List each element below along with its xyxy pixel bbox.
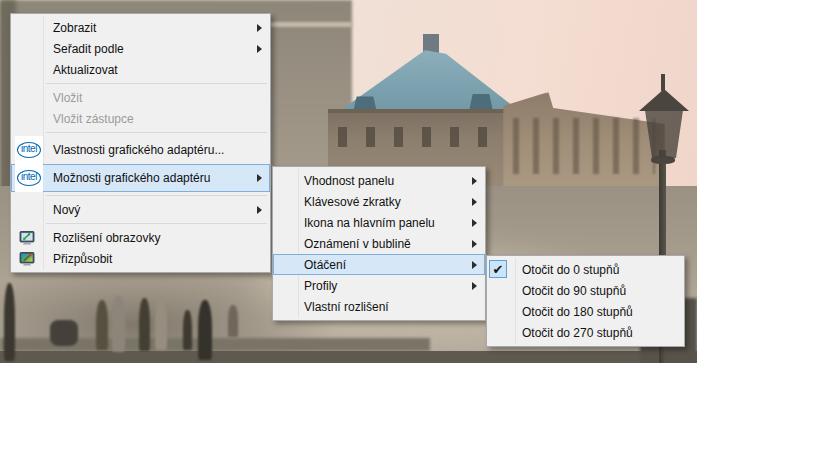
menu-item-zobrazit[interactable]: Zobrazit	[11, 17, 270, 38]
menu-separator	[46, 223, 267, 224]
menu-item-label: Oznámení v bublině	[304, 237, 411, 251]
menu-item-label: Možnosti grafického adaptéru	[53, 171, 210, 185]
menu-item-vlastnosti-grafickeho-adapteru[interactable]: intel Vlastnosti grafického adaptéru...	[11, 136, 270, 164]
wallpaper-pedestrian	[4, 283, 15, 361]
menu-item-label: Ikona na hlavním panelu	[304, 216, 435, 230]
display-resolution-icon	[19, 230, 35, 246]
menu-item-label: Otáčení	[304, 258, 346, 272]
submenu-arrow-icon	[472, 282, 477, 290]
menu-item-label: Vlastnosti grafického adaptéru...	[53, 143, 224, 157]
menu-item-label: Rozlišení obrazovky	[53, 231, 160, 245]
wallpaper-pedestrian	[96, 300, 108, 350]
menu-item-label: Otočit do 180 stupňů	[522, 305, 633, 319]
intel-logo-icon: intel	[15, 136, 43, 164]
submenu-item-vlastni-rozliseni[interactable]: Vlastní rozlišení	[273, 296, 485, 317]
menu-item-vlozit: Vložit	[11, 87, 270, 108]
submenu-arrow-icon	[257, 24, 262, 32]
menu-separator	[46, 195, 267, 196]
personalize-icon	[19, 251, 35, 267]
menu-item-label: Aktualizovat	[53, 63, 118, 77]
menu-item-label: Zobrazit	[53, 21, 96, 35]
street-lamp-finial	[661, 74, 665, 91]
menu-item-label: Přizpůsobit	[53, 252, 112, 266]
menu-item-vlozit-zastupce: Vložit zástupce	[11, 108, 270, 129]
submenu-arrow-icon	[472, 198, 477, 206]
submenu-arrow-icon	[472, 261, 477, 269]
menu-item-label: Klávesové zkratky	[304, 195, 401, 209]
submenu-arrow-icon	[472, 240, 477, 248]
menu-item-label: Profily	[304, 279, 337, 293]
desktop-context-menu: Zobrazit Seřadit podle Aktualizovat Vlož…	[10, 13, 271, 273]
submenu-item-otaceni[interactable]: Otáčení	[273, 254, 485, 275]
wallpaper-curb	[0, 351, 697, 363]
menu-separator	[46, 132, 267, 133]
checkmark-icon: ✔	[489, 260, 507, 278]
menu-item-label: Otočit do 270 stupňů	[522, 326, 633, 340]
menu-item-seradit-podle[interactable]: Seřadit podle	[11, 38, 270, 59]
rotation-submenu: ✔ Otočit do 0 stupňů Otočit do 90 stupňů…	[486, 255, 685, 347]
submenu-arrow-icon	[257, 206, 262, 214]
wallpaper-windows	[338, 127, 514, 147]
menu-item-label: Vhodnost panelu	[304, 174, 394, 188]
menu-item-aktualizovat[interactable]: Aktualizovat	[11, 59, 270, 80]
menu-item-rozliseni-obrazovky[interactable]: Rozlišení obrazovky	[11, 227, 270, 248]
submenu-item-profily[interactable]: Profily	[273, 275, 485, 296]
wallpaper-cornice	[268, 22, 352, 27]
graphics-options-submenu: Vhodnost panelu Klávesové zkratky Ikona …	[272, 166, 486, 321]
wallpaper-pedestrian	[198, 300, 212, 360]
menu-item-label: Seřadit podle	[53, 42, 124, 56]
submenu-arrow-icon	[472, 219, 477, 227]
menu-item-label: Vložit zástupce	[53, 112, 134, 126]
menu-item-prizpusobit[interactable]: Přizpůsobit	[11, 248, 270, 269]
submenu-arrow-icon	[257, 174, 262, 182]
rotation-item-90[interactable]: Otočit do 90 stupňů	[487, 280, 684, 301]
menu-item-label: Otočit do 0 stupňů	[522, 263, 619, 277]
submenu-item-klavesove-zkratky[interactable]: Klávesové zkratky	[273, 191, 485, 212]
menu-item-label: Vlastní rozlišení	[304, 300, 389, 314]
wallpaper-windows	[513, 118, 655, 174]
submenu-item-oznameni-v-bubline[interactable]: Oznámení v bublině	[273, 233, 485, 254]
menu-item-novy[interactable]: Nový	[11, 199, 270, 220]
rotation-item-0[interactable]: ✔ Otočit do 0 stupňů	[487, 259, 684, 280]
menu-item-moznosti-grafickeho-adapteru[interactable]: intel Možnosti grafického adaptéru	[11, 164, 270, 192]
wallpaper-pedestrian	[112, 296, 125, 352]
menu-item-label: Nový	[53, 203, 80, 217]
wallpaper-pedestrian	[183, 310, 192, 350]
submenu-item-vhodnost-panelu[interactable]: Vhodnost panelu	[273, 170, 485, 191]
intel-logo-icon: intel	[15, 164, 43, 192]
menu-item-label: Otočit do 90 stupňů	[522, 284, 626, 298]
submenu-arrow-icon	[257, 45, 262, 53]
rotation-item-180[interactable]: Otočit do 180 stupňů	[487, 301, 684, 322]
wallpaper-pedestrian	[139, 298, 150, 351]
menu-item-label: Vložit	[53, 91, 82, 105]
wallpaper-pedestrian	[228, 305, 238, 337]
menu-separator	[46, 83, 267, 84]
wallpaper-pedestrian	[155, 300, 167, 350]
submenu-item-ikona-na-hlavnim-panelu[interactable]: Ikona na hlavním panelu	[273, 212, 485, 233]
screen: { "wallpaper": { "description": "old han…	[0, 0, 819, 460]
wallpaper-pedestrian	[50, 320, 78, 346]
submenu-arrow-icon	[472, 177, 477, 185]
rotation-item-270[interactable]: Otočit do 270 stupňů	[487, 322, 684, 343]
